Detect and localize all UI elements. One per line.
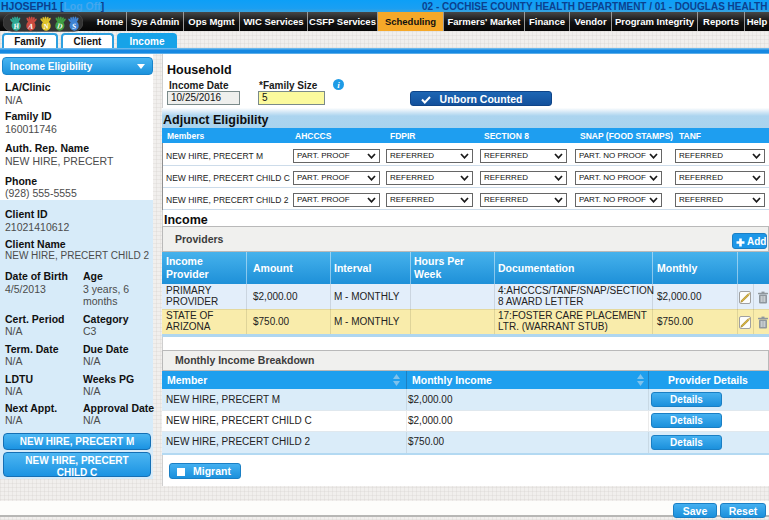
svg-text:A: A [27, 21, 34, 31]
svg-text:N: N [42, 21, 50, 30]
